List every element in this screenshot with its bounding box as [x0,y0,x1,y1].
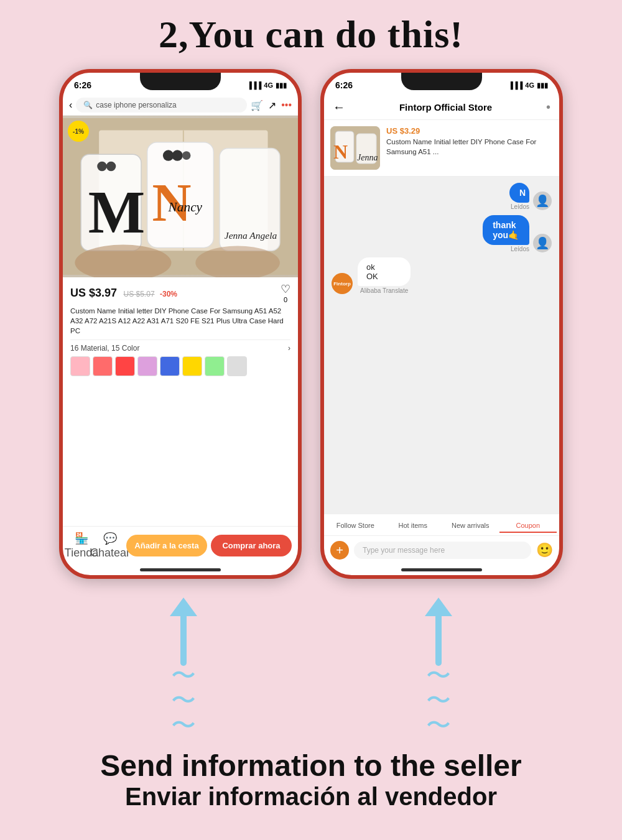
add-to-cart-button[interactable]: Añadir a la cesta [126,535,207,556]
bubble-n: N [509,183,529,203]
right-arrow-squiggle: 〜〜〜 [426,663,451,737]
search-text: case iphone personaliza [96,101,176,109]
preview-details: US $3.29 Custom Name Initial letter DIY … [386,126,553,157]
tab-coupon[interactable]: Coupon [499,519,557,533]
tab-new-arrivals[interactable]: New arrivals [442,519,499,533]
left-arrow-line [180,616,187,666]
main-title: 2,You can do this! [159,12,463,57]
status-icons-left: ▐▐▐ 4G ▮▮▮ [247,81,287,90]
status-time-right: 6:26 [335,80,353,90]
chatear-label: Chatear [90,547,130,560]
product-info: US $3.97 US $5.07 -30% ♡ 0 Custom Name I… [63,277,298,526]
seller-bubble: ok OK [358,257,411,286]
back-icon-left[interactable]: ‹ [69,99,72,111]
battery-icon-right: ▮▮▮ [537,81,548,90]
status-time-left: 6:26 [74,80,91,90]
right-arrow-line [435,616,442,666]
add-attachment-button[interactable]: + [330,541,349,560]
preview-image: N Jenna [330,126,380,170]
search-bar: ‹ 🔍 case iphone personaliza 🛒 ↗ ••• [63,95,298,116]
left-arrow-squiggle: 〜〜〜 [171,663,196,737]
left-arrow: 〜〜〜 [170,598,197,737]
chevron-right-icon: › [288,344,290,353]
signal-icon-right: ▐▐▐ [508,81,522,89]
swatch-white[interactable] [227,356,247,376]
share-icon[interactable]: ↗ [268,99,276,111]
chat-icon: 💬 [103,532,117,545]
preview-title: Custom Name Initial letter DIY Phone Cas… [386,137,553,157]
leidos-2: Leídos [511,246,529,252]
right-arrow: 〜〜〜 [425,598,452,737]
buy-now-button[interactable]: Comprar ahora [211,535,292,556]
material-label: 16 Material, 15 Color [70,344,139,353]
message-input[interactable]: Type your message here [354,542,531,559]
color-swatches [70,356,290,376]
bubble-n-row: N Leídos 👤 [332,183,552,210]
network-left: 4G [264,81,273,89]
chatear-tab[interactable]: 💬 Chatear [98,532,123,560]
swatch-yellow[interactable] [182,356,202,376]
discount-badge: -1% [68,121,89,142]
chat-input-row: + Type your message here 🙂 [324,535,559,565]
chat-header: ← Fintorp Official Store • [324,95,559,120]
svg-text:Nancy: Nancy [168,200,203,215]
seller-ok1: ok [366,262,402,272]
left-arrow-head [170,598,197,616]
search-icon: 🔍 [83,101,93,109]
store-tabs: Follow Store Hot items New arrivals Coup… [324,514,559,535]
swatch-darkred[interactable] [115,356,135,376]
svg-text:Jenna: Jenna [357,153,378,162]
heart-button[interactable]: ♡ 0 [281,282,290,303]
signal-icon-left: ▐▐▐ [247,81,261,89]
phone-notch-left [140,73,221,90]
product-image-area: M N Nancy Jenna Angela [63,116,298,277]
svg-text:Jenna Angela: Jenna Angela [225,230,277,241]
status-icons-right: ▐▐▐ 4G ▮▮▮ [508,81,548,90]
home-indicator-left [140,568,221,571]
bottom-line1: Send information to the seller [100,750,521,783]
search-action-icons: 🛒 ↗ ••• [251,99,292,111]
heart-icon: ♡ [281,282,290,296]
user-avatar-1: 👤 [533,192,552,210]
phones-container: 6:26 ▐▐▐ 4G ▮▮▮ ‹ 🔍 case iphone personal… [6,69,616,579]
bubble-thankyou-row: thank you🤙 Leídos 👤 [332,215,552,252]
tab-follow-store[interactable]: Follow Store [327,519,384,533]
back-icon-right[interactable]: ← [333,100,345,114]
store-name: Fintorp Official Store [351,102,540,113]
bottom-actions: 🏪 Tienda 💬 Chatear Añadir a la cesta Com… [63,526,298,565]
cart-icon[interactable]: 🛒 [251,99,263,111]
more-options-icon[interactable]: • [546,100,550,114]
price-discount: -30% [160,290,177,298]
swatch-green[interactable] [205,356,225,376]
emoji-button[interactable]: 🙂 [536,542,553,558]
seller-ok2: OK [366,272,402,281]
heart-count: 0 [284,296,287,303]
phone-notch-right [401,73,482,90]
svg-point-4 [97,162,107,172]
price-section: US $3.97 US $5.07 -30% [70,287,177,300]
tab-hot-items[interactable]: Hot items [384,519,442,533]
right-phone-screen: 6:26 ▐▐▐ 4G ▮▮▮ ← Fintorp Official Store… [324,73,559,575]
seller-message-row: Fintorp ok OK Alibaba Translate [332,257,411,294]
material-row[interactable]: 16 Material, 15 Color › [70,339,290,353]
svg-text:M: M [88,179,145,246]
left-phone-screen: 6:26 ▐▐▐ 4G ▮▮▮ ‹ 🔍 case iphone personal… [63,73,298,575]
svg-text:N: N [333,141,348,163]
arrows-row: 〜〜〜 〜〜〜 [56,598,566,737]
chat-area: N Leídos 👤 thank you🤙 Leídos 👤 [324,177,559,514]
svg-point-10 [182,151,191,160]
left-phone: 6:26 ▐▐▐ 4G ▮▮▮ ‹ 🔍 case iphone personal… [59,69,302,579]
swatch-blue[interactable] [160,356,180,376]
swatch-plum[interactable] [137,356,157,376]
right-arrow-head [425,598,452,616]
bubble-thankyou: thank you🤙 [483,215,529,245]
right-phone: 6:26 ▐▐▐ 4G ▮▮▮ ← Fintorp Official Store… [320,69,563,579]
swatch-red[interactable] [93,356,113,376]
swatch-pink[interactable] [70,356,90,376]
user-avatar-2: 👤 [533,234,552,252]
more-icon[interactable]: ••• [281,99,292,111]
seller-avatar: Fintorp [332,273,353,294]
store-icon: 🏪 [75,532,88,545]
seller-logo: Fintorp [333,281,351,287]
search-input[interactable]: 🔍 case iphone personaliza [76,98,247,113]
